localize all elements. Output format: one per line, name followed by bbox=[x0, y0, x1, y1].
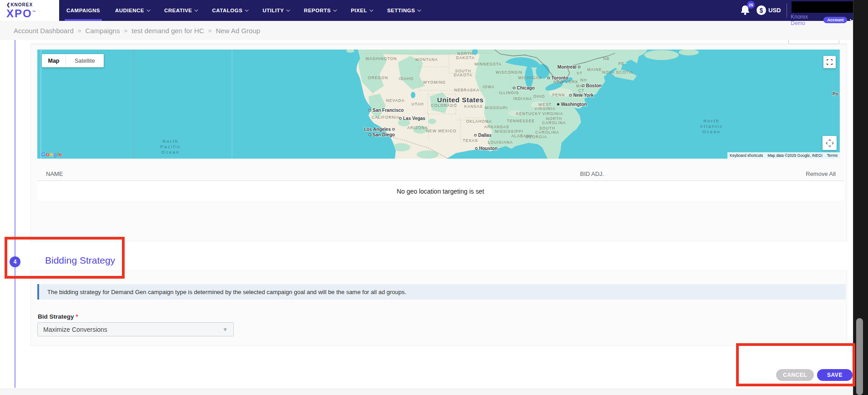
map-city-dot bbox=[557, 103, 559, 105]
nav-item-utility[interactable]: UTILITY bbox=[262, 0, 289, 21]
terms-link[interactable]: Terms bbox=[825, 152, 840, 159]
map-city-dot bbox=[475, 147, 477, 149]
brand-knorex: ❮KNOREX bbox=[6, 2, 59, 7]
map-label: Houston bbox=[479, 146, 498, 151]
map-label: MINNESOTA bbox=[474, 62, 502, 66]
map-label: ARKANSAS bbox=[484, 125, 509, 129]
map-label: MONTANA bbox=[415, 57, 438, 62]
map-label: PENN bbox=[552, 93, 565, 97]
keyboard-shortcuts-link[interactable]: Keyboard shortcuts bbox=[727, 152, 765, 159]
next-section-edge bbox=[0, 389, 853, 395]
map-type-control: Map Satellite bbox=[42, 54, 104, 67]
map-label: MISSOURI bbox=[485, 105, 508, 110]
map-label: NH bbox=[580, 78, 587, 82]
map-data-credit: Map data ©2025 Google, INEGI bbox=[765, 152, 825, 159]
knorex-xpo-logo[interactable]: ❮KNOREX XPO™ bbox=[0, 0, 59, 21]
map-label: KENTUCKY bbox=[516, 111, 541, 116]
chevron-down-icon bbox=[333, 8, 337, 11]
remove-all-button[interactable]: Remove All bbox=[806, 170, 836, 177]
map-city-dot bbox=[369, 134, 371, 135]
map-label: Montreal bbox=[557, 65, 576, 70]
currency-selector[interactable]: $ USD bbox=[757, 5, 781, 15]
map-city-dot bbox=[570, 94, 571, 96]
save-button[interactable]: SAVE bbox=[817, 369, 853, 381]
main-menu: CAMPAIGNSAUDIENCECREATIVECATALOGSUTILITY… bbox=[66, 0, 435, 21]
notifications-count-badge: 25 bbox=[747, 1, 755, 9]
scrollbar-track[interactable] bbox=[853, 0, 868, 395]
select-caret-icon: ▼ bbox=[222, 326, 228, 333]
map-label: Dallas bbox=[478, 133, 492, 138]
map-label: WASHINGTON bbox=[365, 56, 397, 61]
chevron-down-icon bbox=[146, 8, 150, 11]
chevron-down-icon bbox=[369, 8, 373, 11]
bidding-info-alert: The bidding strategy for Demand Gen camp… bbox=[37, 284, 846, 300]
map-label: OHIO bbox=[533, 94, 545, 99]
map-label: UTAH bbox=[412, 102, 424, 106]
map-label: ARIZONA bbox=[407, 125, 428, 130]
map-city-dot bbox=[399, 117, 401, 119]
map-city-dot bbox=[513, 87, 515, 89]
map-attribution: Keyboard shortcuts Map data ©2025 Google… bbox=[727, 152, 840, 159]
map-button[interactable]: Map bbox=[42, 54, 66, 67]
map-label: VIRGINIA bbox=[542, 111, 563, 116]
dollar-icon: $ bbox=[757, 5, 766, 15]
map-city-dot bbox=[578, 66, 580, 68]
cancel-button[interactable]: CANCEL bbox=[776, 369, 814, 381]
map-label: PE bbox=[618, 61, 625, 66]
map-label: ILLINOIS bbox=[499, 90, 519, 95]
nav-item-campaigns[interactable]: CAMPAIGNS bbox=[66, 0, 100, 21]
nav-divider bbox=[787, 3, 787, 18]
map-label: United States bbox=[437, 96, 484, 104]
breadcrumb-item[interactable]: New Ad Group bbox=[216, 27, 260, 35]
map-label: NEVADA bbox=[386, 98, 405, 103]
bid-strategy-value: Maximize Conversions bbox=[43, 326, 107, 333]
stepper-connector-line bbox=[15, 40, 15, 388]
nav-item-catalogs[interactable]: CATALOGS bbox=[212, 0, 247, 21]
breadcrumb: Account Dashboard»Campaigns»test demand … bbox=[0, 21, 853, 40]
google-logo: Google bbox=[41, 151, 62, 158]
google-map[interactable]: WASHINGTONMONTANANORTHDAKOTAMINNESOTAORE… bbox=[37, 50, 840, 159]
map-label: SOUTHDAKOTA bbox=[454, 69, 473, 77]
map-label: IOWA bbox=[483, 85, 495, 89]
account-switcher[interactable]: Knorex Demo Account bbox=[791, 14, 853, 26]
nav-item-audience[interactable]: AUDIENCE bbox=[115, 0, 149, 21]
map-label: NorthPacificOcean bbox=[160, 139, 181, 155]
bid-strategy-select[interactable]: Maximize Conversions ▼ bbox=[37, 322, 234, 336]
nav-item-creative[interactable]: CREATIVE bbox=[164, 0, 197, 21]
map-label: WISCONSIN bbox=[495, 70, 522, 75]
map-label: COLORADO bbox=[431, 103, 457, 108]
map-label: IDAHO bbox=[399, 76, 414, 81]
map-label: Chicago bbox=[517, 85, 535, 90]
nav-item-settings[interactable]: SETTINGS bbox=[387, 0, 420, 21]
map-label: INDIANA bbox=[513, 96, 532, 101]
scrollbar-thumb[interactable] bbox=[856, 318, 863, 395]
pan-control-icon[interactable] bbox=[823, 136, 837, 150]
account-badge[interactable]: Account bbox=[823, 17, 847, 23]
map-label: KANSAS bbox=[464, 104, 483, 109]
satellite-button[interactable]: Satellite bbox=[66, 54, 104, 67]
breadcrumb-item[interactable]: Campaigns bbox=[86, 27, 120, 35]
bidding-strategy-card: The bidding strategy for Demand Gen camp… bbox=[30, 270, 847, 346]
map-label: New York bbox=[573, 93, 594, 98]
map-label: WYOMING bbox=[423, 80, 446, 85]
map-city-dot bbox=[369, 109, 371, 111]
column-name: NAME bbox=[46, 170, 63, 177]
map-label: OKLAHOMA bbox=[466, 119, 492, 124]
geo-table-header: NAME BID ADJ. Remove All bbox=[37, 159, 843, 181]
top-navbar: ❮KNOREX XPO™ CAMPAIGNSAUDIENCECREATIVECA… bbox=[0, 0, 853, 21]
map-label: MICHIGAN bbox=[518, 75, 541, 80]
scrolled-control-edge bbox=[788, 40, 839, 44]
map-label: NEBRASKA bbox=[454, 88, 479, 92]
nav-item-reports[interactable]: REPORTS bbox=[304, 0, 336, 21]
nav-item-pixel[interactable]: PIXEL bbox=[351, 0, 372, 21]
chevron-down-icon bbox=[418, 8, 421, 11]
breadcrumb-item[interactable]: Account Dashboard bbox=[14, 27, 74, 35]
breadcrumb-separator: » bbox=[208, 27, 212, 34]
fullscreen-icon[interactable] bbox=[823, 56, 836, 68]
breadcrumb-item[interactable]: test demand gen for HC bbox=[131, 27, 204, 35]
bidding-strategy-title: Bidding Strategy bbox=[45, 255, 115, 266]
map-label: TEXAS bbox=[463, 138, 478, 143]
app-window: ❮KNOREX XPO™ CAMPAIGNSAUDIENCECREATIVECA… bbox=[0, 0, 868, 395]
step-4-indicator: 4 bbox=[10, 256, 20, 267]
map-label: Los Angeles bbox=[364, 127, 391, 132]
